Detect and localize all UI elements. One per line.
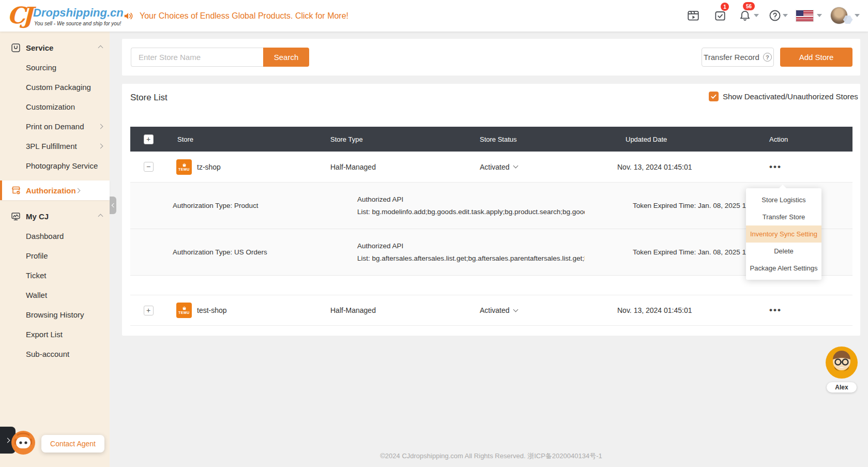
- store-status: Activated: [480, 306, 510, 314]
- table-row: − TEMU tz-shop Half-Managed Activated No…: [130, 152, 852, 183]
- page-title: Store List: [130, 93, 167, 103]
- copyright-footer: ©2024 CJdropshipping.com All Rights Rese…: [122, 451, 860, 461]
- sidebar-item-authorization[interactable]: Authorization: [0, 180, 110, 200]
- cj-logo[interactable]: CJ Dropshipping.cn You sell - We source …: [6, 2, 110, 30]
- section-label: My CJ: [26, 212, 49, 221]
- search-button[interactable]: Search: [263, 48, 309, 67]
- menu-item-delete[interactable]: Delete: [746, 243, 821, 260]
- item-label: Sourcing: [26, 63, 56, 72]
- brand-name: Dropshipping.cn: [33, 6, 124, 20]
- row-actions-button[interactable]: •••: [769, 305, 782, 315]
- chevron-up-icon: [98, 214, 103, 219]
- store-status: Activated: [480, 163, 510, 171]
- expand-row-button[interactable]: +: [144, 306, 154, 315]
- status-dropdown-icon[interactable]: [513, 307, 518, 312]
- sidebar-item-ticket[interactable]: Ticket: [0, 265, 110, 285]
- show-deactivated-label: Show Deactivated/Unauthorized Stores: [723, 92, 858, 101]
- store-search-panel: Search Transfer Record ? Add Store: [122, 39, 860, 76]
- sidebar-item-browsing-history[interactable]: Browsing History: [0, 305, 110, 324]
- sidebar-item-dashboard[interactable]: Dashboard: [0, 226, 110, 246]
- help-caret-icon[interactable]: [783, 14, 788, 17]
- store-search-input[interactable]: [131, 48, 263, 67]
- question-icon: ?: [763, 53, 772, 62]
- tasks-badge: 1: [721, 3, 729, 11]
- chevron-right-icon: [98, 143, 103, 148]
- store-name: test-shop: [197, 306, 227, 314]
- transfer-record-button[interactable]: Transfer Record ?: [702, 48, 774, 67]
- item-label: Sub-account: [26, 350, 69, 358]
- sidebar-item-photography-service[interactable]: Photography Service: [0, 156, 110, 175]
- top-header: CJ Dropshipping.cn You sell - We source …: [0, 0, 868, 32]
- help-icon[interactable]: [768, 9, 782, 22]
- store-type: Half-Managed: [297, 163, 441, 171]
- add-store-button[interactable]: Add Store: [780, 48, 852, 67]
- item-label: Custom Packaging: [26, 83, 91, 92]
- item-label: Print on Demand: [26, 122, 84, 131]
- sidebar: Service Sourcing Custom Packaging Custom…: [0, 32, 110, 467]
- video-guide-icon[interactable]: [687, 9, 700, 22]
- sidebar-item-profile[interactable]: Profile: [0, 246, 110, 265]
- chevron-right-icon: [75, 188, 80, 193]
- sidebar-item-print-on-demand[interactable]: Print on Demand: [0, 116, 110, 136]
- menu-item-package-alert-settings[interactable]: Package Alert Settings: [746, 260, 821, 277]
- speaker-icon: [123, 10, 134, 22]
- us-flag-icon[interactable]: [796, 10, 813, 21]
- col-action: Action: [730, 135, 852, 143]
- authorization-icon: [10, 185, 22, 196]
- chevron-up-icon: [98, 45, 103, 50]
- contact-agent-button[interactable]: Contact Agent: [41, 435, 104, 453]
- updated-date: Nov. 13, 2024 01:45:01: [585, 306, 730, 314]
- sidebar-item-sourcing[interactable]: Sourcing: [0, 57, 110, 77]
- agent-avatar[interactable]: [825, 346, 858, 379]
- account-caret-icon[interactable]: [855, 14, 860, 17]
- item-label: 3PL Fulfillment: [26, 142, 77, 150]
- item-label: Browsing History: [26, 310, 84, 319]
- temu-label: TEMU: [178, 168, 190, 171]
- section-label: Authorization: [26, 186, 76, 195]
- mycj-icon: [10, 211, 21, 222]
- menu-item-store-logistics[interactable]: Store Logistics: [746, 191, 821, 208]
- col-store: Store: [177, 135, 193, 143]
- chatbot-mascot-icon[interactable]: [10, 430, 36, 456]
- sidebar-item-custom-packaging[interactable]: Custom Packaging: [0, 77, 110, 97]
- expand-all-button[interactable]: +: [144, 134, 154, 144]
- menu-item-inventory-sync-setting[interactable]: Inventory Sync Setting: [746, 225, 821, 243]
- show-deactivated-checkbox[interactable]: [709, 92, 719, 101]
- brand-tagline: You sell - We source and ship for you!: [34, 21, 121, 26]
- sidebar-collapse-handle[interactable]: [110, 197, 116, 214]
- store-name: tz-shop: [197, 163, 221, 171]
- sidebar-item-3pl-fulfillment[interactable]: 3PL Fulfillment: [0, 136, 110, 156]
- flag-canton: [796, 10, 803, 16]
- sidebar-item-sub-account[interactable]: Sub-account: [0, 344, 110, 364]
- menu-item-transfer-store[interactable]: Transfer Store: [746, 208, 821, 225]
- sidebar-section-mycj[interactable]: My CJ: [0, 206, 110, 226]
- authorization-detail-row: Authorization Type: US Orders Authorized…: [130, 229, 852, 276]
- sidebar-item-customization[interactable]: Customization: [0, 97, 110, 116]
- sidebar-item-wallet[interactable]: Wallet: [0, 285, 110, 305]
- store-type: Half-Managed: [297, 306, 441, 314]
- table-header: + Store Store Type Store Status Updated …: [130, 127, 852, 152]
- status-dropdown-icon[interactable]: [513, 163, 518, 169]
- cj-monogram: CJ: [7, 2, 30, 29]
- store-table: + Store Store Type Store Status Updated …: [130, 127, 852, 326]
- bell-caret-icon[interactable]: [754, 14, 759, 17]
- authorized-api-title: Authorized API: [357, 195, 590, 203]
- notifications-badge: 56: [743, 2, 755, 10]
- announcement-banner[interactable]: Your Choices of Endless Global Products.…: [123, 0, 348, 32]
- service-icon: [10, 42, 21, 53]
- temu-store-icon: TEMU: [176, 303, 192, 318]
- sidebar-item-export-list[interactable]: Export List: [0, 324, 110, 344]
- collapse-row-button[interactable]: −: [144, 162, 154, 172]
- bell-icon[interactable]: [738, 9, 752, 22]
- item-label: Ticket: [26, 271, 46, 280]
- temu-store-icon: TEMU: [176, 159, 192, 175]
- authorized-api-title: Authorized API: [357, 242, 590, 250]
- transfer-record-label: Transfer Record: [704, 53, 759, 62]
- item-label: Customization: [26, 102, 75, 111]
- row-actions-button[interactable]: •••: [769, 162, 782, 172]
- sidebar-section-service[interactable]: Service: [0, 38, 110, 57]
- updated-date: Nov. 13, 2024 01:45:01: [585, 163, 730, 171]
- authorized-api-list: List: bg.modelinfo.add;bg.goods.edit.tas…: [357, 208, 585, 216]
- language-caret-icon[interactable]: [817, 14, 822, 17]
- col-store-status: Store Status: [441, 135, 585, 143]
